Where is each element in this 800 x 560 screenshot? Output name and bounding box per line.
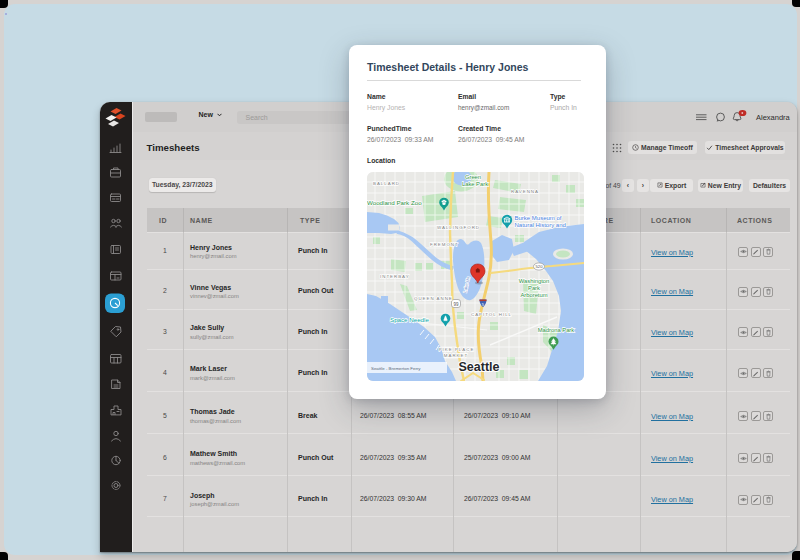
svg-text:QUEEN ANNE: QUEEN ANNE — [414, 296, 453, 301]
svg-text:Green: Green — [465, 174, 481, 180]
svg-text:Seattle: Seattle — [459, 360, 500, 374]
svg-text:Arboretum: Arboretum — [520, 292, 547, 298]
svg-text:INTERBAY: INTERBAY — [380, 274, 410, 279]
svg-text:Madrona Park: Madrona Park — [538, 327, 575, 333]
svg-text:RAVENNA: RAVENNA — [511, 189, 539, 194]
svg-text:WALLINGFORD: WALLINGFORD — [437, 225, 480, 230]
svg-text:Woodland Park Zoo: Woodland Park Zoo — [367, 199, 422, 206]
svg-text:520: 520 — [536, 264, 544, 269]
svg-text:MARKET: MARKET — [444, 353, 468, 358]
svg-text:Washington: Washington — [519, 278, 549, 284]
svg-text:Burke Museum of: Burke Museum of — [515, 215, 562, 221]
svg-text:Lake Park: Lake Park — [462, 181, 488, 187]
svg-text:Seattle - Bremerton Ferry: Seattle - Bremerton Ferry — [371, 366, 421, 371]
svg-text:Space Needle: Space Needle — [390, 316, 429, 323]
svg-text:BALLARD: BALLARD — [373, 181, 400, 186]
svg-text:Park: Park — [528, 285, 540, 291]
svg-text:99: 99 — [453, 302, 459, 307]
svg-text:Natural History and: Natural History and — [515, 222, 566, 228]
svg-text:PIKE PLACE: PIKE PLACE — [439, 347, 475, 352]
svg-text:CAPITOL HILL: CAPITOL HILL — [471, 312, 512, 317]
svg-text:FREMONT: FREMONT — [430, 242, 459, 247]
